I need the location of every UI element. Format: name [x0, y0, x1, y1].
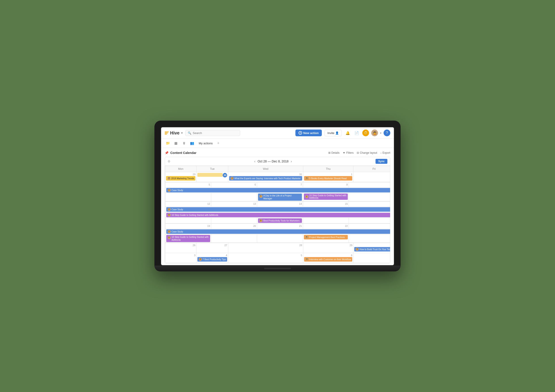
header-icons: 🔔 📄 ⏱ 🙍 ▾ ?	[344, 130, 390, 136]
date-number: 29	[166, 173, 195, 176]
date-range: ‹ Oct 28 — Dec 8, 2018 ›	[254, 160, 292, 163]
nav-mic-icon[interactable]: 🎙	[181, 140, 187, 146]
event-2018-marketing-cont[interactable]	[197, 173, 223, 177]
cal-cell: 26	[165, 243, 197, 253]
export-button[interactable]: ↓ Export	[380, 151, 390, 154]
event-row-2: 🙍 10 Step Guide to Getting Started with …	[165, 234, 390, 243]
change-layout-button[interactable]: ⊟ Change layout	[357, 151, 377, 154]
content-area: 📌 Content Calendar ⊞ Details ▼ Filters	[161, 148, 394, 265]
calendar-settings-icon[interactable]: ⚙	[168, 160, 170, 163]
cal-cell: 7	[257, 182, 303, 188]
nav-table-icon[interactable]: ▦	[173, 140, 179, 146]
invite-label: Invite	[327, 131, 334, 135]
event-adwords-w3[interactable]: 🙍 10 Step Guide to Getting Started with …	[166, 213, 391, 217]
cal-cell: 22	[303, 224, 349, 229]
event-case-study-w4[interactable]: 🙍 Case Study	[166, 229, 391, 234]
event-interview-customer[interactable]: 🙍 Interview with Customer on their Workf…	[304, 257, 352, 261]
new-action-label: New action	[303, 131, 319, 135]
week-row: 19 20 21	[165, 224, 391, 243]
prev-period-arrow[interactable]: ‹	[254, 160, 255, 163]
cal-cell: 3	[165, 253, 197, 263]
my-actions-tab[interactable]: My actions	[197, 141, 214, 146]
event-avatar: 🙍	[259, 219, 263, 222]
event-trust[interactable]: 🙍 How to Build Trust On Your Team	[354, 247, 390, 252]
cal-cell: 6 🙍 Interview with Customer on their Wor…	[303, 253, 353, 263]
details-button[interactable]: ⊞ Details	[328, 151, 340, 154]
invite-icon: 👤	[335, 131, 339, 135]
logo-text: Hive	[170, 131, 179, 136]
cal-cell: 8	[303, 182, 349, 188]
toolbar-right: ⊞ Details ▼ Filters ⊟ Change layout ↓	[328, 151, 390, 154]
cal-cell: 21	[257, 224, 303, 229]
cal-cell: 28	[228, 243, 303, 253]
event-avatar: 🙍	[306, 258, 309, 261]
plus-circle-icon: +	[299, 131, 302, 135]
cal-cell: 31 🙍 What the Experts are Saying: Interv…	[228, 172, 303, 182]
event-day-life[interactable]: 🙍 A Day in the Life of a Project Manager	[258, 194, 302, 201]
week-row: 5 6 7	[165, 182, 391, 202]
cal-cell-event: 🙍 Project Management Best Practices	[303, 234, 349, 243]
next-period-arrow[interactable]: ›	[291, 160, 292, 163]
content-calendar-title: Content Calendar	[170, 151, 197, 155]
doc-icon-button[interactable]: 📄	[353, 130, 360, 136]
date-number: 1	[304, 173, 352, 176]
cal-cell: 9	[349, 182, 390, 188]
toolbar: 📌 Content Calendar ⊞ Details ▼ Filters	[165, 150, 390, 156]
event-case-study-w3[interactable]: 🙍 Case Study	[166, 207, 391, 212]
event-case-study-w2[interactable]: 🙍 Case Study	[166, 188, 391, 192]
event-adwords-w2[interactable]: 🙍 10 Step Guide to Getting Started with …	[304, 194, 348, 200]
help-icon-button[interactable]: ?	[384, 130, 390, 136]
cal-cell: 5	[228, 253, 303, 263]
event-avatar: 🙍	[168, 208, 171, 211]
week-row: 29 🙍 2018 Marketing Trends 30	[165, 172, 391, 182]
logo-dropdown-arrow[interactable]: ▾	[181, 131, 183, 134]
cal-cell: 14	[257, 202, 303, 207]
avatar-button[interactable]: 🙍	[371, 130, 378, 136]
event-row: 🙍 Case Study	[165, 188, 390, 193]
sub-nav: 📁 ▦ 🎙 👥 My actions +	[161, 139, 394, 148]
new-action-button[interactable]: + New action	[295, 130, 322, 136]
calendar-header-row: Mon Tue Wed Thu Fri	[165, 166, 391, 172]
search-bar[interactable]: 🔍	[185, 130, 240, 136]
today-date: 30	[223, 173, 227, 177]
nav-people-icon[interactable]: 👥	[189, 140, 195, 146]
cal-cell-event: 🙍 10 Step Guide to Getting Started with …	[303, 193, 349, 201]
event-best-productivity-tools[interactable]: 🙍 Best Productivity Tools for Marketers	[258, 218, 302, 223]
pin-icon: 📌	[165, 151, 168, 155]
bell-icon-button[interactable]: 🔔	[344, 130, 351, 136]
date-number: 31	[229, 173, 302, 176]
spanning-event-row: 19 20 21	[165, 224, 391, 243]
event-row: 🙍 Case Study	[165, 207, 390, 212]
cal-cell: 6	[211, 182, 257, 188]
spanning-cell: 🙍 Case Study	[165, 188, 390, 193]
event-row: 🙍 Case Study	[165, 229, 390, 234]
col-mon: Mon	[165, 166, 197, 172]
cal-cell: 19	[165, 224, 211, 229]
week-row: 3 4 🙍 7 Best Productivity Tips	[165, 253, 391, 263]
event-adwords-w4[interactable]: 🙍 10 Step Guide to Getting Started with …	[166, 235, 210, 242]
event-2018-marketing[interactable]: 🙍 2018 Marketing Trends	[166, 176, 195, 181]
search-input[interactable]	[193, 131, 238, 135]
cal-cell: 4 🙍 7 Best Productivity Tips	[197, 253, 228, 263]
event-productivity-tips[interactable]: 🙍 7 Best Productivity Tips	[197, 257, 227, 261]
add-tab-button[interactable]: +	[216, 141, 220, 146]
cal-cell: 20	[211, 224, 257, 229]
event-avatar: 🙍	[168, 177, 170, 180]
event-row-2: 🙍 10 Step Guide to Getting Started with …	[165, 212, 390, 218]
export-icon: ↓	[380, 151, 381, 154]
cal-cell: 2	[353, 172, 390, 182]
logo-icon	[165, 131, 169, 134]
sync-button[interactable]: Sync	[376, 159, 387, 164]
event-project-mgmt[interactable]: 🙍 Project Management Best Practices	[304, 235, 348, 240]
invite-button[interactable]: Invite 👤	[324, 130, 342, 136]
nav-folder-icon[interactable]: 📁	[165, 140, 171, 146]
avatar-dropdown[interactable]: ▾	[380, 132, 381, 134]
cal-cell: 13	[211, 202, 257, 207]
week-row: 12 13 14	[165, 201, 391, 224]
timer-icon-button[interactable]: ⏱	[362, 130, 369, 136]
event-avatar: 🙍	[305, 236, 308, 239]
logo[interactable]: Hive ▾	[165, 131, 183, 136]
filters-button[interactable]: ▼ Filters	[343, 151, 354, 154]
event-5books[interactable]: 🙍 5 Books Every Marketer Should Read	[304, 176, 352, 181]
event-experts[interactable]: 🙍 What the Experts are Saying: Interview…	[229, 176, 302, 181]
